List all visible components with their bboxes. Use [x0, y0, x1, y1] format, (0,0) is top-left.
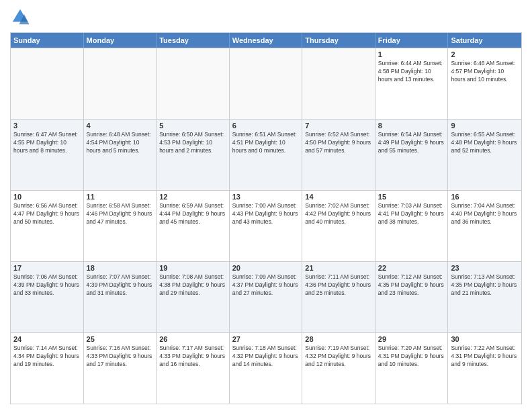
day-info: Sunrise: 7:07 AM Sunset: 4:39 PM Dayligh…	[87, 273, 154, 298]
day-info: Sunrise: 6:56 AM Sunset: 4:47 PM Dayligh…	[13, 202, 81, 226]
day-info: Sunrise: 6:58 AM Sunset: 4:46 PM Dayligh…	[87, 202, 154, 226]
day-info: Sunrise: 6:44 AM Sunset: 4:58 PM Dayligh…	[378, 60, 445, 84]
day-number: 4	[87, 122, 154, 130]
day-number: 20	[232, 264, 300, 272]
calendar-week-1: 1Sunrise: 6:44 AM Sunset: 4:58 PM Daylig…	[11, 48, 521, 119]
day-number: 13	[232, 193, 300, 201]
day-info: Sunrise: 7:19 AM Sunset: 4:32 PM Dayligh…	[305, 345, 372, 369]
day-cell-29: 29Sunrise: 7:20 AM Sunset: 4:31 PM Dayli…	[375, 333, 449, 404]
header-day-saturday: Saturday	[448, 33, 521, 48]
day-cell-3: 3Sunrise: 6:47 AM Sunset: 4:55 PM Daylig…	[11, 120, 84, 190]
empty-cell	[230, 48, 303, 119]
day-info: Sunrise: 7:16 AM Sunset: 4:33 PM Dayligh…	[87, 345, 154, 369]
day-cell-15: 15Sunrise: 7:03 AM Sunset: 4:41 PM Dayli…	[375, 191, 449, 261]
day-number: 10	[13, 193, 81, 201]
page: SundayMondayTuesdayWednesdayThursdayFrid…	[0, 0, 532, 411]
day-cell-28: 28Sunrise: 7:19 AM Sunset: 4:32 PM Dayli…	[302, 333, 375, 404]
header-day-friday: Friday	[375, 33, 449, 48]
day-number: 25	[87, 335, 154, 343]
day-cell-26: 26Sunrise: 7:17 AM Sunset: 4:33 PM Dayli…	[157, 333, 230, 404]
day-number: 2	[451, 50, 519, 58]
day-cell-9: 9Sunrise: 6:55 AM Sunset: 4:48 PM Daylig…	[448, 120, 521, 190]
day-info: Sunrise: 7:06 AM Sunset: 4:39 PM Dayligh…	[13, 273, 81, 298]
day-number: 9	[451, 122, 519, 130]
day-info: Sunrise: 6:50 AM Sunset: 4:53 PM Dayligh…	[159, 131, 226, 155]
day-cell-22: 22Sunrise: 7:12 AM Sunset: 4:35 PM Dayli…	[375, 262, 449, 332]
day-cell-1: 1Sunrise: 6:44 AM Sunset: 4:58 PM Daylig…	[375, 48, 449, 119]
day-number: 23	[451, 264, 519, 272]
day-info: Sunrise: 7:14 AM Sunset: 4:34 PM Dayligh…	[13, 345, 81, 369]
day-number: 5	[159, 122, 226, 130]
day-number: 17	[13, 264, 81, 272]
logo-icon	[10, 7, 30, 27]
day-info: Sunrise: 6:48 AM Sunset: 4:54 PM Dayligh…	[87, 131, 154, 155]
day-number: 14	[305, 193, 372, 201]
day-cell-10: 10Sunrise: 6:56 AM Sunset: 4:47 PM Dayli…	[11, 191, 84, 261]
day-info: Sunrise: 7:17 AM Sunset: 4:33 PM Dayligh…	[159, 345, 226, 369]
day-info: Sunrise: 7:00 AM Sunset: 4:43 PM Dayligh…	[232, 202, 300, 226]
day-number: 18	[87, 264, 154, 272]
day-info: Sunrise: 7:08 AM Sunset: 4:38 PM Dayligh…	[159, 273, 226, 298]
day-number: 7	[305, 122, 372, 130]
empty-cell	[11, 48, 84, 119]
header-day-monday: Monday	[84, 33, 157, 48]
day-number: 26	[159, 335, 226, 343]
day-number: 12	[159, 193, 226, 201]
day-info: Sunrise: 6:52 AM Sunset: 4:50 PM Dayligh…	[305, 131, 372, 155]
day-cell-16: 16Sunrise: 7:04 AM Sunset: 4:40 PM Dayli…	[448, 191, 521, 261]
header-day-thursday: Thursday	[302, 33, 375, 48]
day-info: Sunrise: 7:02 AM Sunset: 4:42 PM Dayligh…	[305, 202, 372, 226]
day-cell-20: 20Sunrise: 7:09 AM Sunset: 4:37 PM Dayli…	[230, 262, 303, 332]
day-cell-4: 4Sunrise: 6:48 AM Sunset: 4:54 PM Daylig…	[84, 120, 157, 190]
day-cell-11: 11Sunrise: 6:58 AM Sunset: 4:46 PM Dayli…	[84, 191, 157, 261]
day-number: 11	[87, 193, 154, 201]
empty-cell	[84, 48, 157, 119]
day-number: 6	[232, 122, 300, 130]
header-day-sunday: Sunday	[11, 33, 84, 48]
day-cell-30: 30Sunrise: 7:22 AM Sunset: 4:31 PM Dayli…	[448, 333, 521, 404]
day-info: Sunrise: 7:03 AM Sunset: 4:41 PM Dayligh…	[378, 202, 445, 226]
calendar-body: 1Sunrise: 6:44 AM Sunset: 4:58 PM Daylig…	[11, 48, 521, 404]
header	[10, 7, 522, 27]
header-day-wednesday: Wednesday	[230, 33, 303, 48]
day-cell-21: 21Sunrise: 7:11 AM Sunset: 4:36 PM Dayli…	[302, 262, 375, 332]
day-cell-13: 13Sunrise: 7:00 AM Sunset: 4:43 PM Dayli…	[230, 191, 303, 261]
day-number: 3	[13, 122, 81, 130]
day-number: 8	[378, 122, 445, 130]
day-info: Sunrise: 6:54 AM Sunset: 4:49 PM Dayligh…	[378, 131, 445, 155]
day-info: Sunrise: 7:22 AM Sunset: 4:31 PM Dayligh…	[451, 345, 519, 369]
logo	[10, 7, 33, 27]
day-info: Sunrise: 7:13 AM Sunset: 4:35 PM Dayligh…	[451, 273, 519, 298]
day-number: 30	[451, 335, 519, 343]
empty-cell	[157, 48, 230, 119]
day-cell-2: 2Sunrise: 6:46 AM Sunset: 4:57 PM Daylig…	[448, 48, 521, 119]
day-number: 21	[305, 264, 372, 272]
calendar-week-2: 3Sunrise: 6:47 AM Sunset: 4:55 PM Daylig…	[11, 119, 521, 190]
day-number: 27	[232, 335, 300, 343]
day-cell-19: 19Sunrise: 7:08 AM Sunset: 4:38 PM Dayli…	[157, 262, 230, 332]
day-cell-24: 24Sunrise: 7:14 AM Sunset: 4:34 PM Dayli…	[11, 333, 84, 404]
calendar-week-3: 10Sunrise: 6:56 AM Sunset: 4:47 PM Dayli…	[11, 190, 521, 261]
day-cell-6: 6Sunrise: 6:51 AM Sunset: 4:51 PM Daylig…	[230, 120, 303, 190]
empty-cell	[302, 48, 375, 119]
calendar: SundayMondayTuesdayWednesdayThursdayFrid…	[10, 32, 522, 404]
day-cell-17: 17Sunrise: 7:06 AM Sunset: 4:39 PM Dayli…	[11, 262, 84, 332]
day-number: 29	[378, 335, 445, 343]
header-day-tuesday: Tuesday	[157, 33, 230, 48]
day-number: 16	[451, 193, 519, 201]
calendar-week-5: 24Sunrise: 7:14 AM Sunset: 4:34 PM Dayli…	[11, 332, 521, 404]
calendar-week-4: 17Sunrise: 7:06 AM Sunset: 4:39 PM Dayli…	[11, 261, 521, 332]
day-number: 24	[13, 335, 81, 343]
day-cell-14: 14Sunrise: 7:02 AM Sunset: 4:42 PM Dayli…	[302, 191, 375, 261]
day-cell-25: 25Sunrise: 7:16 AM Sunset: 4:33 PM Dayli…	[84, 333, 157, 404]
day-info: Sunrise: 6:59 AM Sunset: 4:44 PM Dayligh…	[159, 202, 226, 226]
day-cell-23: 23Sunrise: 7:13 AM Sunset: 4:35 PM Dayli…	[448, 262, 521, 332]
day-cell-27: 27Sunrise: 7:18 AM Sunset: 4:32 PM Dayli…	[230, 333, 303, 404]
day-info: Sunrise: 7:04 AM Sunset: 4:40 PM Dayligh…	[451, 202, 519, 226]
day-info: Sunrise: 7:09 AM Sunset: 4:37 PM Dayligh…	[232, 273, 300, 298]
calendar-header-row: SundayMondayTuesdayWednesdayThursdayFrid…	[11, 33, 521, 48]
day-cell-8: 8Sunrise: 6:54 AM Sunset: 4:49 PM Daylig…	[375, 120, 449, 190]
day-cell-5: 5Sunrise: 6:50 AM Sunset: 4:53 PM Daylig…	[157, 120, 230, 190]
day-info: Sunrise: 6:47 AM Sunset: 4:55 PM Dayligh…	[13, 131, 81, 155]
day-info: Sunrise: 7:20 AM Sunset: 4:31 PM Dayligh…	[378, 345, 445, 369]
